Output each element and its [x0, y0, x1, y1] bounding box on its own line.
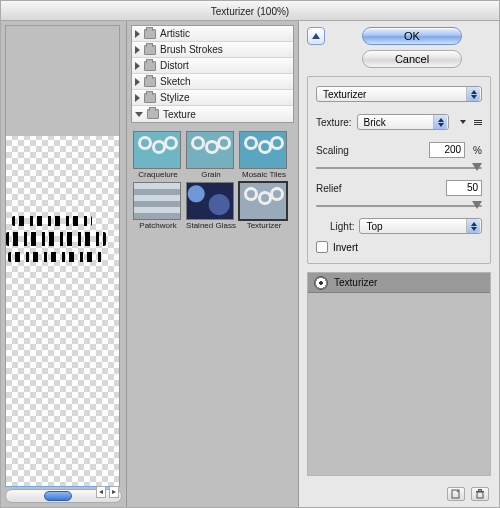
dialog-content: ◂ ▸ Artistic Brush Strokes Distort — [1, 21, 499, 507]
svg-rect-3 — [479, 490, 482, 492]
window-titlebar: Texturizer (100%) — [1, 1, 499, 21]
scaling-label: Scaling — [316, 145, 349, 156]
folder-icon — [144, 61, 156, 71]
thumb-craquelure[interactable]: Craquelure — [133, 131, 183, 179]
folder-icon — [144, 77, 156, 87]
thumb-label: Patchwork — [133, 221, 183, 230]
folder-icon — [144, 45, 156, 55]
thumb-image — [186, 182, 234, 220]
relief-input[interactable]: 50 — [446, 180, 482, 196]
thumbnail-grid: Craquelure Grain Mosaic Tiles Patch — [127, 127, 298, 507]
category-artistic[interactable]: Artistic — [132, 26, 293, 42]
scaling-unit: % — [473, 145, 482, 156]
category-label: Brush Strokes — [160, 44, 223, 55]
effect-layers-panel: Texturizer — [307, 272, 491, 476]
slider-track — [316, 205, 482, 207]
light-label: Light: — [330, 221, 354, 232]
new-effect-layer-button[interactable] — [447, 487, 465, 501]
select-stepper-icon — [433, 115, 447, 129]
effect-layer-row[interactable]: Texturizer — [308, 273, 490, 293]
svg-rect-1 — [477, 492, 483, 498]
delete-effect-layer-button[interactable] — [471, 487, 489, 501]
preview-gray-region — [6, 26, 119, 136]
filter-name-value: Texturizer — [323, 89, 366, 100]
category-stylize[interactable]: Stylize — [132, 90, 293, 106]
disclosure-right-icon — [135, 62, 140, 70]
disclosure-right-icon — [135, 46, 140, 54]
category-brush-strokes[interactable]: Brush Strokes — [132, 42, 293, 58]
thumb-label: Craquelure — [133, 170, 183, 179]
disclosure-right-icon — [135, 30, 140, 38]
slider-thumb-icon[interactable] — [472, 201, 482, 209]
thumb-label: Texturizer — [239, 221, 289, 230]
scaling-slider[interactable] — [316, 163, 482, 173]
category-label: Texture — [163, 109, 196, 120]
invert-label: Invert — [333, 242, 358, 253]
slider-thumb-icon[interactable] — [472, 163, 482, 171]
light-select[interactable]: Top — [359, 218, 482, 234]
collapse-button[interactable] — [307, 27, 325, 45]
invert-checkbox[interactable] — [316, 241, 328, 253]
thumb-image — [239, 131, 287, 169]
effect-layers-footer — [307, 484, 491, 501]
thumb-grain[interactable]: Grain — [186, 131, 236, 179]
thumb-patchwork[interactable]: Patchwork — [133, 182, 183, 230]
disclosure-right-icon — [135, 94, 140, 102]
texture-options-icon[interactable] — [474, 120, 482, 125]
thumb-label: Mosaic Tiles — [239, 170, 289, 179]
thumb-image — [186, 131, 234, 169]
cancel-button[interactable]: Cancel — [362, 50, 462, 68]
select-stepper-icon — [466, 87, 480, 101]
chevron-up-icon — [312, 33, 320, 39]
category-label: Artistic — [160, 28, 190, 39]
disclosure-down-icon — [135, 112, 143, 117]
thumb-label: Stained Glass — [186, 221, 236, 230]
effect-layer-label: Texturizer — [334, 277, 377, 288]
category-distort[interactable]: Distort — [132, 58, 293, 74]
light-value: Top — [366, 221, 382, 232]
filter-gallery-panel: Artistic Brush Strokes Distort Sketch St — [127, 21, 299, 507]
preview-scrollbar[interactable]: ◂ ▸ — [5, 489, 122, 503]
thumb-mosaic-tiles[interactable]: Mosaic Tiles — [239, 131, 289, 179]
disclosure-right-icon — [135, 78, 140, 86]
thumb-image — [239, 182, 287, 220]
slider-track — [316, 167, 482, 169]
trash-icon — [475, 489, 485, 499]
page-icon — [451, 489, 461, 499]
folder-icon — [147, 109, 159, 119]
relief-slider[interactable] — [316, 201, 482, 211]
preview-canvas[interactable] — [5, 25, 120, 487]
triangle-down-icon — [460, 120, 466, 124]
preview-scroll-right-icon[interactable]: ▸ — [109, 486, 119, 498]
texture-value: Brick — [364, 117, 386, 128]
thumb-texturizer[interactable]: Texturizer — [239, 182, 289, 230]
preview-scroll-thumb[interactable] — [44, 491, 72, 501]
texture-label: Texture: — [316, 117, 352, 128]
filter-name-select[interactable]: Texturizer — [316, 86, 482, 102]
select-stepper-icon — [466, 219, 480, 233]
preview-scroll-left-icon[interactable]: ◂ — [96, 486, 106, 498]
folder-icon — [144, 93, 156, 103]
thumb-stained-glass[interactable]: Stained Glass — [186, 182, 236, 230]
preview-artwork — [6, 216, 105, 268]
window-title: Texturizer (100%) — [211, 6, 289, 17]
category-label: Sketch — [160, 76, 191, 87]
visibility-eye-icon[interactable] — [314, 276, 328, 290]
texture-load-menu[interactable] — [457, 116, 469, 128]
ok-button[interactable]: OK — [362, 27, 462, 45]
relief-label: Relief — [316, 183, 342, 194]
filter-settings-group: Texturizer Texture: Brick Scaling 200 % — [307, 76, 491, 264]
thumb-label: Grain — [186, 170, 236, 179]
category-label: Stylize — [160, 92, 189, 103]
settings-panel: OK Cancel Texturizer Texture: Brick — [299, 21, 499, 507]
scaling-input[interactable]: 200 — [429, 142, 465, 158]
texture-select[interactable]: Brick — [357, 114, 449, 130]
folder-icon — [144, 29, 156, 39]
thumb-image — [133, 131, 181, 169]
category-list: Artistic Brush Strokes Distort Sketch St — [131, 25, 294, 123]
preview-panel: ◂ ▸ — [1, 21, 127, 507]
category-label: Distort — [160, 60, 189, 71]
thumb-image — [133, 182, 181, 220]
category-sketch[interactable]: Sketch — [132, 74, 293, 90]
category-texture[interactable]: Texture — [132, 106, 293, 122]
